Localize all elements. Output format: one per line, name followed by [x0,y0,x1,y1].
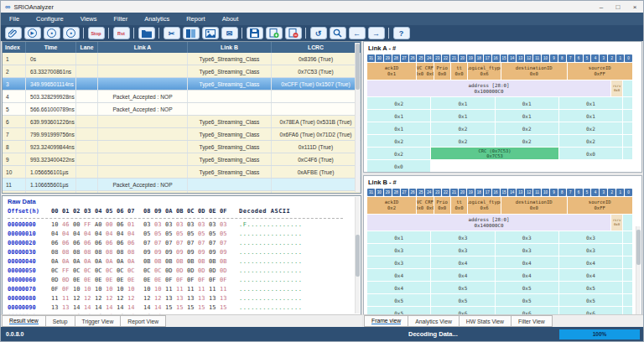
zoom-button[interactable] [330,27,346,39]
result-row[interactable]: 10sType6_Streaming_Class0x8396 (True) [3,53,361,65]
mail-button[interactable]: ✉ [221,27,238,39]
record-alt-icon: ● [66,28,75,38]
payload-cell: 0x4 [559,269,622,281]
minimize-button[interactable]: – [593,2,610,13]
hex-byte: 10 [143,285,154,294]
raw-data-scrollbar[interactable] [355,197,360,314]
maximize-button[interactable]: □ [610,2,626,13]
hex-byte: 01 [127,220,138,230]
play-button[interactable]: ▶ [24,27,41,39]
results-table-scrollbar[interactable] [355,43,360,192]
payload-cell: 0x1 [559,110,622,122]
hex-byte: 14 [95,303,106,313]
column-header-time[interactable]: Time [26,42,76,53]
column-header-lane[interactable]: Lane [76,42,98,53]
result-row[interactable]: 8923.324099844nsType6_Streaming_Class0x1… [3,141,361,153]
open-folder-button[interactable] [138,27,155,39]
menu-item-about[interactable]: About [222,15,239,23]
result-row[interactable]: 101.056656101µsType6_Streaming_Class0xAF… [3,166,361,179]
link-b-scrollbar[interactable] [636,226,641,315]
refresh-button[interactable]: ↺ [310,27,327,39]
cell-lane [76,153,98,165]
cell-lane [76,128,98,140]
reset-button[interactable]: Rst [113,27,130,39]
progress-label: 100% [593,331,607,337]
tab-label: Setup [53,319,68,324]
menu-item-filter[interactable]: Filter [114,15,128,23]
bit-cell: 0 [625,189,632,196]
payload-cell: 0x5 [431,294,494,306]
result-row[interactable]: 3349.996501114nsType6_Streaming_Class0xC… [3,78,361,91]
tab-frame-view[interactable]: Frame view [364,315,408,327]
cell-time: 0s [26,53,76,65]
frame-view-area: Link A - # 31302928272625242322212019181… [363,41,642,315]
tab-analytics-view[interactable]: Analytics View [408,315,460,327]
payload-cell: 0x5 [559,282,622,293]
field-value: 0x0 [455,71,464,77]
payload-cell: 0x3 [431,231,494,243]
export-remove-button[interactable] [285,27,302,39]
tab-label: Frame view [371,318,401,324]
tail-cell [623,282,632,293]
field-value: 0x0 [530,205,538,211]
column-header-index[interactable]: Index [3,42,26,53]
hex-byte: 0E [117,276,127,285]
hex-byte: 03 [209,220,220,230]
hex-byte: 10 [117,285,127,294]
column-header-link-b[interactable]: Link B [188,42,272,53]
result-row[interactable]: 6639.993601226nsType6_Streaming_Class0x7… [3,116,361,128]
save-button[interactable] [247,27,263,39]
payload-cell: 0x3 [559,231,622,243]
menu-item-configure[interactable]: Configure [36,15,64,23]
result-row[interactable]: 7799.991999756nsType6_Streaming_Class0x6… [3,128,361,141]
tab-trigger-view[interactable]: Trigger View [75,315,122,327]
attach-button[interactable] [5,27,22,39]
bit-cell: 11 [533,54,541,62]
hex-byte: 08 [62,248,73,257]
hex-byte: 0E [154,276,165,285]
tab-report-view[interactable]: Report View [121,315,166,327]
stop-button[interactable]: Stop [88,27,105,39]
compare-view-button[interactable] [183,27,200,39]
menu-item-report[interactable]: Report [186,15,205,23]
cell-lcrc: 0x8396 (True) [272,53,361,65]
export-add-button[interactable] [266,27,283,39]
bit-cell: 6 [575,189,583,196]
column-header-link-a[interactable]: Link A [98,42,188,53]
payload-cell: 0x1 [367,231,430,243]
column-header-lcrc[interactable]: LCRC [272,42,361,53]
menu-item-views[interactable]: Views [80,15,97,23]
hex-byte: 0C [117,267,127,276]
hex-col-header: 01 [62,207,73,216]
result-row[interactable]: 9993.323400422nsType6_Streaming_Class0xC… [3,153,361,166]
tab-result-view[interactable]: Result view [2,315,46,327]
hex-byte: 07 [187,239,198,248]
hex-byte: 0B [198,257,209,267]
result-row[interactable]: 263.332700861nsType6_Streaming_Class0x7C… [3,65,361,78]
result-row[interactable]: 121.183321501µsType6_Streaming_Class0xC1… [3,191,361,194]
help-button[interactable]: ? [393,27,410,39]
left-tab-bar: Result viewSetupTrigger ViewReport View [1,314,362,327]
hex-byte: 0A [95,257,106,267]
snapshot-button[interactable] [202,27,219,39]
hex-byte: 04 [84,230,95,239]
cut-button[interactable]: ✂ [164,27,180,39]
hex-col-header: 04 [95,207,106,216]
menu-item-file[interactable]: File [9,15,19,23]
result-row[interactable]: 111.106655601µsPacket_Accepted : NOP [3,179,361,191]
record-button[interactable]: ● [44,27,60,39]
result-row[interactable]: 5566.661000789nsPacket_Accepted : NOP [3,103,361,116]
tab-setup[interactable]: Setup [46,315,75,327]
menu-item-analytics[interactable]: Analytics [144,15,169,23]
forward-button[interactable]: → [368,27,385,39]
record-alt-button[interactable]: ● [63,27,80,39]
result-row[interactable]: 4503.328299928nsPacket_Accepted : NOP [3,91,361,103]
tab-filter-view[interactable]: Filter View [512,315,553,327]
field-destinationid: destinationID0x0 [501,63,567,80]
back-button[interactable]: ← [349,27,366,39]
hex-byte: 12 [143,294,154,303]
bit-cell: 8 [558,189,566,196]
bit-cell: 27 [401,54,408,62]
tab-hw-stats-view[interactable]: HW Stats View [460,315,512,327]
close-button[interactable]: × [626,2,643,13]
